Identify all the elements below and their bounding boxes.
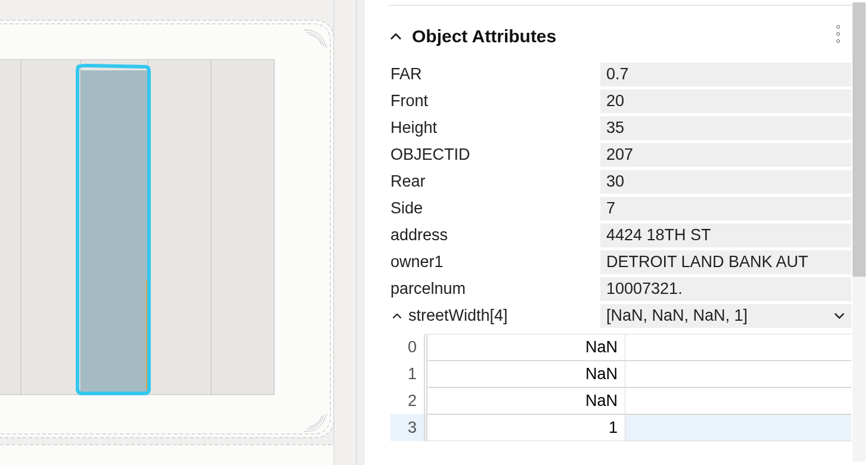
array-gutter — [625, 414, 851, 441]
chevron-up-icon — [388, 29, 404, 44]
attr-value[interactable]: 10007321. — [600, 277, 851, 301]
array-gutter — [625, 388, 851, 414]
array-value[interactable]: 1 — [426, 414, 625, 441]
svg-rect-8 — [80, 70, 147, 392]
attr-row: FAR 0.7 — [388, 61, 851, 88]
viewport-canvas — [0, 0, 364, 465]
attr-label: Rear — [388, 172, 600, 191]
section-title: Object Attributes — [412, 26, 556, 46]
attr-label-array[interactable]: streetWidth[4] — [388, 306, 600, 325]
array-gutter — [625, 361, 851, 388]
svg-rect-10 — [334, 0, 364, 465]
section-header-object-attributes[interactable]: Object Attributes — [388, 5, 858, 58]
attr-value[interactable]: DETROIT LAND BANK AUT — [600, 250, 851, 274]
chevron-up-icon — [390, 311, 404, 321]
array-row-item[interactable]: 1 NaN — [390, 361, 851, 388]
scrollbar-thumb[interactable] — [852, 2, 866, 277]
array-summary-field[interactable]: [NaN, NaN, NaN, 1] — [600, 304, 851, 328]
inspector-panel: Object Attributes FAR 0.7 Front 20 Heigh… — [364, 0, 868, 465]
attr-row: address 4424 18TH ST — [388, 222, 851, 249]
attr-value[interactable]: 0.7 — [600, 63, 851, 86]
attr-label: owner1 — [388, 253, 600, 271]
attr-label: Side — [388, 199, 600, 218]
attr-value[interactable]: 20 — [600, 89, 851, 113]
attr-label: address — [388, 226, 600, 244]
attr-row: parcelnum 10007321. — [388, 275, 851, 302]
attr-label: OBJECTID — [388, 145, 600, 164]
array-row-item[interactable]: 2 NaN — [390, 388, 851, 414]
attr-value[interactable]: 7 — [600, 197, 851, 221]
attr-label: Front — [388, 92, 600, 110]
svg-rect-2 — [0, 445, 364, 465]
attribute-list: FAR 0.7 Front 20 Height 35 OBJECTID 207 … — [388, 58, 858, 329]
attr-row: Rear 30 — [388, 168, 851, 195]
attr-label: parcelnum — [388, 280, 600, 298]
attr-label: Height — [388, 119, 600, 137]
array-value[interactable]: NaN — [426, 334, 625, 361]
app-root: Object Attributes FAR 0.7 Front 20 Heigh… — [0, 0, 868, 465]
attr-row-array: streetWidth[4] [NaN, NaN, NaN, 1] — [388, 302, 851, 329]
attr-value[interactable]: 35 — [600, 116, 851, 140]
attr-label-text: streetWidth[4] — [408, 306, 508, 325]
attr-value[interactable]: 4424 18TH ST — [600, 224, 851, 247]
array-row-item[interactable]: 0 NaN — [390, 334, 851, 361]
kebab-menu-icon[interactable] — [836, 25, 841, 43]
array-value[interactable]: NaN — [426, 361, 625, 388]
viewport-3d[interactable] — [0, 0, 364, 465]
attr-value[interactable]: 207 — [600, 143, 851, 167]
array-index: 3 — [390, 414, 425, 441]
array-index: 1 — [390, 361, 425, 388]
attr-value[interactable]: 30 — [600, 170, 851, 194]
array-table: 0 NaN 1 NaN 2 NaN 3 1 — [390, 334, 851, 441]
array-index: 0 — [390, 334, 425, 361]
attr-row: OBJECTID 207 — [388, 141, 851, 168]
array-summary-text: [NaN, NaN, NaN, 1] — [606, 306, 831, 325]
attr-label: FAR — [388, 65, 600, 83]
array-value[interactable]: NaN — [426, 388, 625, 414]
attr-row: Height 35 — [388, 114, 851, 141]
attr-row: Front 20 — [388, 88, 851, 114]
attr-row: owner1 DETROIT LAND BANK AUT — [388, 249, 851, 275]
vertical-scrollbar[interactable] — [852, 2, 866, 461]
array-row-item[interactable]: 3 1 — [390, 414, 851, 441]
attr-row: Side 7 — [388, 195, 851, 222]
chevron-down-icon — [831, 310, 848, 322]
array-gutter — [625, 334, 851, 361]
array-index: 2 — [390, 388, 425, 414]
